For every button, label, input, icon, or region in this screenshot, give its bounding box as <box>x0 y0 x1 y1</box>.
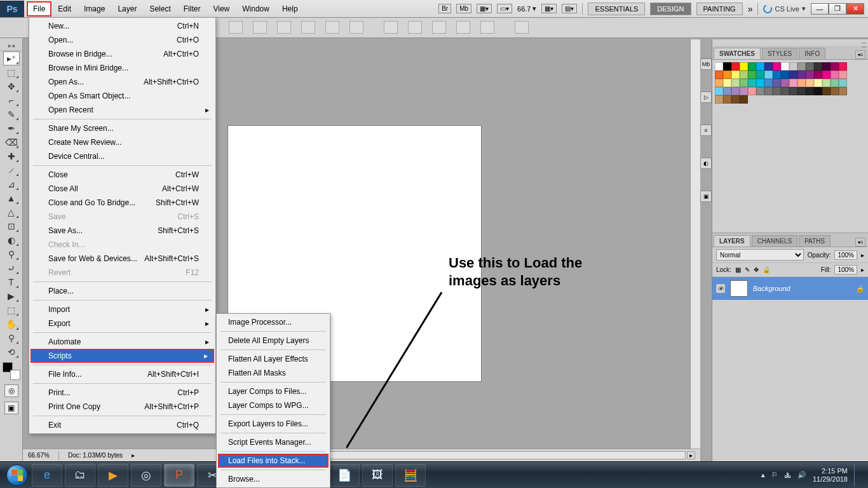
swatch[interactable] <box>764 62 773 71</box>
file-menu-import[interactable]: Import <box>31 302 214 316</box>
layer-row-background[interactable]: 👁 Background 🔒 <box>712 277 868 300</box>
swatch[interactable] <box>773 62 781 71</box>
tool-10[interactable]: ▲ <box>3 191 20 205</box>
swatch[interactable] <box>715 95 723 104</box>
file-menu-print[interactable]: Print...Ctrl+P <box>31 386 214 400</box>
opt-icon[interactable] <box>277 21 291 34</box>
file-menu-place[interactable]: Place... <box>31 284 214 298</box>
file-menu-create-new-review[interactable]: Create New Review... <box>31 135 214 149</box>
tool-16[interactable]: T <box>3 275 20 289</box>
layer-visibility-icon[interactable]: 👁 <box>716 284 725 293</box>
swatch[interactable] <box>789 87 797 95</box>
scripts-menu-image-processor[interactable]: Image Processor... <box>218 315 329 329</box>
tab-styles[interactable]: STYLES <box>762 48 797 59</box>
swatch[interactable] <box>748 79 756 87</box>
opacity-input[interactable]: 100% <box>834 250 857 260</box>
opt-icon[interactable] <box>456 21 470 34</box>
file-menu-exit[interactable]: ExitCtrl+Q <box>31 418 214 432</box>
status-zoom[interactable]: 66.67% <box>28 452 50 459</box>
tool-18[interactable]: ⬚ <box>3 303 20 317</box>
tab-swatches[interactable]: SWATCHES <box>714 48 761 59</box>
status-flyout-icon[interactable]: ▸ <box>132 452 135 459</box>
lock-pixels-icon[interactable]: ✎ <box>745 266 750 273</box>
swatch[interactable] <box>839 79 847 87</box>
swatch[interactable] <box>831 71 839 79</box>
file-menu-browse-in-bridge[interactable]: Browse in Bridge...Alt+Ctrl+O <box>31 47 214 61</box>
swatch[interactable] <box>723 62 731 71</box>
zoom-value[interactable]: 66.7 <box>517 5 531 13</box>
tool-19[interactable]: ✋ <box>3 317 20 331</box>
swatch[interactable] <box>839 62 847 71</box>
swatch[interactable] <box>740 71 748 79</box>
panel-menu-icon[interactable]: ▾≡ <box>855 238 865 247</box>
swatch[interactable] <box>789 79 797 87</box>
file-menu-new[interactable]: New...Ctrl+N <box>31 19 214 33</box>
scripts-menu-layer-comps-to-files[interactable]: Layer Comps to Files... <box>218 384 329 398</box>
swatch[interactable] <box>764 87 773 95</box>
show-desktop-button[interactable] <box>854 464 860 487</box>
scripts-menu-layer-comps-to-wpg[interactable]: Layer Comps to WPG... <box>218 398 329 412</box>
swatch[interactable] <box>731 79 740 87</box>
hscroll-right-icon[interactable]: ▸ <box>687 451 695 459</box>
opacity-flyout-icon[interactable]: ▸ <box>861 252 864 259</box>
tool-2[interactable]: ✥ <box>3 79 20 93</box>
arrange-button[interactable]: ▭▾ <box>497 4 512 13</box>
mini-bridge-button[interactable]: Mb <box>456 4 471 13</box>
file-menu-open[interactable]: Open...Ctrl+O <box>31 33 214 47</box>
swatch[interactable] <box>806 79 814 87</box>
file-menu-close-all[interactable]: Close AllAlt+Ctrl+W <box>31 182 214 196</box>
swatch[interactable] <box>748 87 756 95</box>
tool-14[interactable]: ⚲ <box>3 247 20 261</box>
scripts-menu-script-events-manager[interactable]: Script Events Manager... <box>218 435 329 449</box>
file-menu-save-as[interactable]: Save As...Shift+Ctrl+S <box>31 224 214 238</box>
tool-20[interactable]: ⚲ <box>3 331 20 345</box>
tray-flag-icon[interactable]: ⚐ <box>771 471 778 479</box>
taskbar-viewer-icon[interactable]: 🖼 <box>362 464 393 487</box>
swatch[interactable] <box>715 79 723 87</box>
swatch[interactable] <box>773 79 781 87</box>
fill-input[interactable]: 100% <box>834 265 857 274</box>
window-close-button[interactable]: ✕ <box>846 3 864 15</box>
file-menu-browse-in-mini-bridge[interactable]: Browse in Mini Bridge... <box>31 61 214 75</box>
menu-filter[interactable]: Filter <box>177 1 207 17</box>
taskbar-explorer-icon[interactable]: 🗂 <box>65 464 95 487</box>
opt-icon[interactable] <box>253 21 267 34</box>
swatch[interactable] <box>789 71 797 79</box>
menu-file[interactable]: File <box>27 1 51 17</box>
file-menu-scripts[interactable]: Scripts <box>31 349 214 363</box>
workspace-more-icon[interactable]: » <box>748 4 753 14</box>
opt-icon[interactable] <box>432 21 446 34</box>
file-menu-open-recent[interactable]: Open Recent <box>31 103 214 117</box>
swatch[interactable] <box>839 71 847 79</box>
scripts-menu-browse[interactable]: Browse... <box>218 472 329 486</box>
swatch[interactable] <box>797 62 806 71</box>
swatch[interactable] <box>748 71 756 79</box>
swatch[interactable] <box>781 79 789 87</box>
tab-paths[interactable]: PATHS <box>799 235 831 247</box>
menu-select[interactable]: Select <box>143 1 177 17</box>
file-menu-file-info[interactable]: File Info...Alt+Shift+Ctrl+I <box>31 367 214 381</box>
masks-icon[interactable]: ▣ <box>700 191 712 202</box>
layer-thumbnail[interactable] <box>730 280 748 297</box>
start-button[interactable] <box>4 462 31 489</box>
swatch[interactable] <box>781 71 789 79</box>
tab-layers[interactable]: LAYERS <box>714 235 750 247</box>
swatch[interactable] <box>831 87 839 95</box>
lock-transparent-icon[interactable]: ▦ <box>735 266 741 273</box>
file-menu-open-as-smart-object[interactable]: Open As Smart Object... <box>31 89 214 103</box>
opt-icon[interactable] <box>229 21 243 34</box>
swatch[interactable] <box>822 71 831 79</box>
tool-17[interactable]: ▶ <box>3 289 20 303</box>
workspace-painting[interactable]: PAINTING <box>696 3 743 15</box>
tool-8[interactable]: ⟋ <box>3 163 20 177</box>
swatch[interactable] <box>814 87 822 95</box>
taskbar-notepad-icon[interactable]: 📄 <box>329 464 360 487</box>
scripts-menu-flatten-all-masks[interactable]: Flatten All Masks <box>218 366 329 380</box>
swatch[interactable] <box>715 87 723 95</box>
tray-network-icon[interactable]: 🖧 <box>784 471 791 479</box>
opt-icon[interactable] <box>384 21 398 34</box>
menu-edit[interactable]: Edit <box>51 1 78 17</box>
swatch[interactable] <box>756 79 764 87</box>
vertical-scrollbar[interactable] <box>690 39 700 461</box>
tool-9[interactable]: ⊿ <box>3 177 20 191</box>
